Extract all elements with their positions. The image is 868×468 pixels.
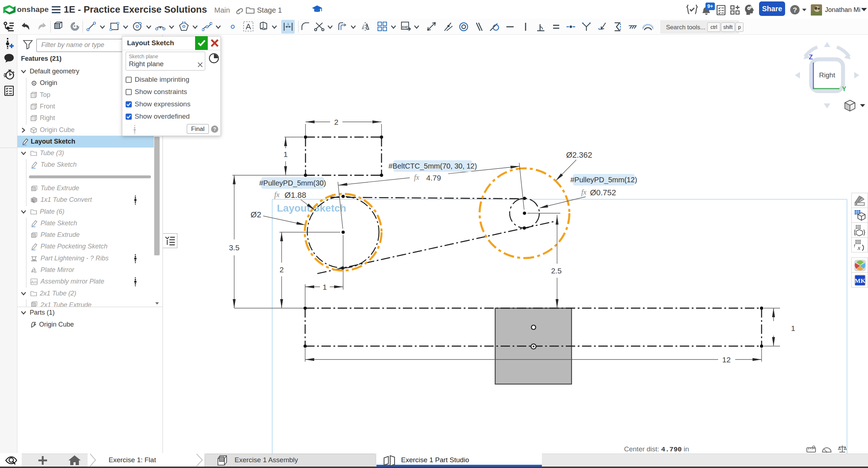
svg-text:?: ? (793, 6, 797, 14)
svg-text:Y: Y (842, 85, 846, 93)
svg-text:DXF: DXF (402, 25, 408, 29)
svg-text:MK: MK (855, 277, 865, 284)
svg-text:Right: Right (819, 71, 835, 79)
svg-text:1: 1 (287, 22, 289, 26)
svg-text:Am: Am (31, 280, 37, 284)
svg-text:x: x (857, 244, 860, 251)
svg-text:A: A (246, 22, 251, 31)
